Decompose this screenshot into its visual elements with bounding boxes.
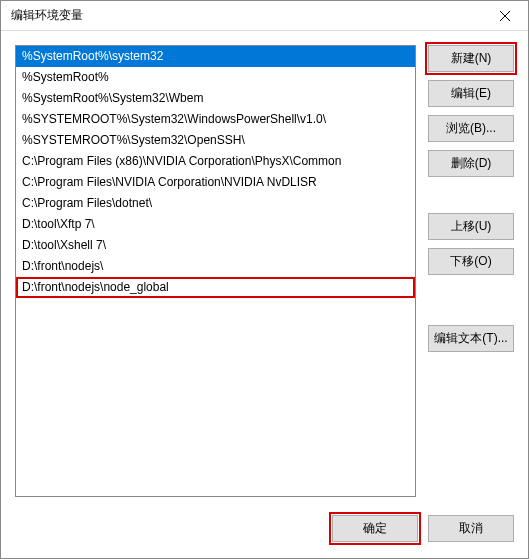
dialog-window: 编辑环境变量 %SystemRoot%\system32%SystemRoot%… (0, 0, 529, 559)
content-area: %SystemRoot%\system32%SystemRoot%%System… (1, 31, 528, 505)
list-item[interactable]: %SystemRoot%\System32\Wbem (16, 88, 415, 109)
list-item[interactable]: D:\tool\Xftp 7\ (16, 214, 415, 235)
delete-button[interactable]: 删除(D) (428, 150, 514, 177)
titlebar: 编辑环境变量 (1, 1, 528, 31)
list-item[interactable]: %SystemRoot% (16, 67, 415, 88)
list-item[interactable]: C:\Program Files\dotnet\ (16, 193, 415, 214)
edit-text-button[interactable]: 编辑文本(T)... (428, 325, 514, 352)
move-down-button[interactable]: 下移(O) (428, 248, 514, 275)
button-column: 新建(N) 编辑(E) 浏览(B)... 删除(D) 上移(U) 下移(O) 编… (428, 45, 514, 497)
footer: 确定 取消 (1, 505, 528, 558)
spacer (428, 283, 514, 317)
ok-button[interactable]: 确定 (332, 515, 418, 542)
list-item[interactable]: D:\tool\Xshell 7\ (16, 235, 415, 256)
list-item[interactable]: C:\Program Files\NVIDIA Corporation\NVID… (16, 172, 415, 193)
list-item[interactable]: %SystemRoot%\system32 (16, 46, 415, 67)
list-item[interactable]: D:\front\nodejs\ (16, 256, 415, 277)
cancel-button[interactable]: 取消 (428, 515, 514, 542)
path-list[interactable]: %SystemRoot%\system32%SystemRoot%%System… (15, 45, 416, 497)
list-item[interactable]: %SYSTEMROOT%\System32\WindowsPowerShell\… (16, 109, 415, 130)
list-item[interactable]: C:\Program Files (x86)\NVIDIA Corporatio… (16, 151, 415, 172)
edit-button[interactable]: 编辑(E) (428, 80, 514, 107)
browse-button[interactable]: 浏览(B)... (428, 115, 514, 142)
move-up-button[interactable]: 上移(U) (428, 213, 514, 240)
list-item[interactable]: %SYSTEMROOT%\System32\OpenSSH\ (16, 130, 415, 151)
close-button[interactable] (482, 1, 528, 31)
close-icon (500, 8, 510, 24)
new-button[interactable]: 新建(N) (428, 45, 514, 72)
window-title: 编辑环境变量 (11, 7, 482, 24)
list-item[interactable]: D:\front\nodejs\node_global (16, 277, 415, 298)
spacer (428, 185, 514, 205)
